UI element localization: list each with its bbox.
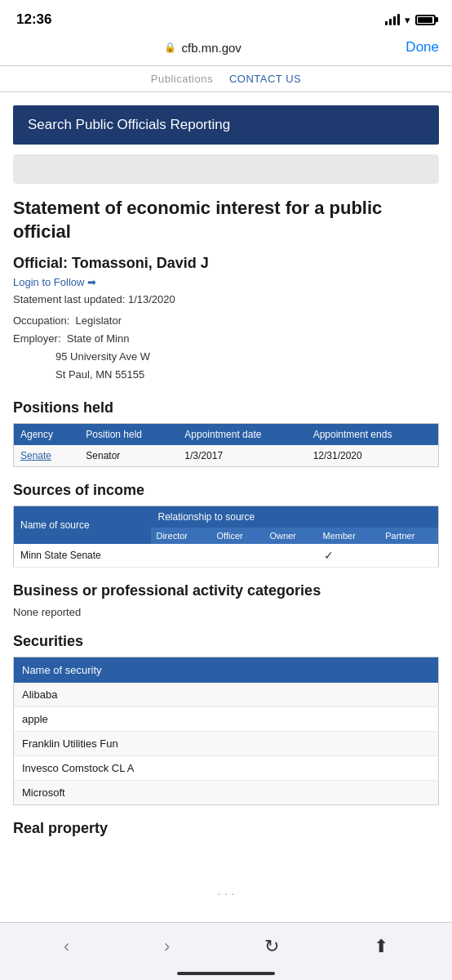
official-label: Official: bbox=[13, 255, 68, 271]
list-item: Minn State Senate ✓ bbox=[14, 544, 439, 568]
status-icons: ▾ bbox=[385, 14, 436, 26]
statement-date: Statement last updated: 1/13/2020 bbox=[13, 293, 439, 305]
income-header: Sources of income bbox=[13, 482, 439, 499]
official-info: Occupation: Legislator Employer: State o… bbox=[13, 312, 439, 384]
main-content: Search Public Officials Reporting Statem… bbox=[0, 105, 452, 973]
address-line2: St Paul, MN 55155 bbox=[55, 368, 144, 381]
forward-button[interactable]: › bbox=[154, 933, 179, 960]
publications-link[interactable]: Publications bbox=[151, 73, 213, 85]
securities-header: Securities bbox=[13, 633, 439, 650]
list-item: apple bbox=[14, 706, 439, 731]
col-partner: Partner bbox=[380, 528, 438, 544]
list-item: Franklin Utilities Fun bbox=[14, 731, 439, 755]
col-appt-ends: Appointment ends bbox=[307, 423, 439, 445]
real-property-section: Real property bbox=[13, 820, 439, 837]
positions-table: Agency Position held Appointment date Ap… bbox=[13, 423, 439, 467]
share-button[interactable]: ⬆ bbox=[364, 933, 398, 960]
url-text: cfb.mn.gov bbox=[181, 41, 241, 55]
col-appt-date: Appointment date bbox=[178, 423, 306, 445]
security-name-cell: Microsoft bbox=[14, 780, 439, 804]
status-time: 12:36 bbox=[16, 11, 51, 28]
positions-held-header: Positions held bbox=[13, 399, 439, 416]
refresh-button[interactable]: ↻ bbox=[255, 933, 289, 960]
col-officer: Officer bbox=[212, 528, 265, 544]
login-link[interactable]: Login to Follow ➡ bbox=[13, 276, 96, 288]
member-cell: ✓ bbox=[317, 544, 380, 568]
col-position: Position held bbox=[79, 423, 178, 445]
security-name-cell: Alibaba bbox=[14, 683, 439, 707]
business-categories-header: Business or professional activity catego… bbox=[13, 582, 439, 599]
securities-table: Name of security AlibabaappleFranklin Ut… bbox=[13, 657, 439, 805]
back-button[interactable]: ‹ bbox=[54, 933, 79, 960]
col-security-name: Name of security bbox=[14, 657, 439, 683]
officer-cell bbox=[212, 544, 265, 568]
appt-ends-cell: 12/31/2020 bbox=[307, 445, 439, 467]
director-cell bbox=[151, 544, 211, 568]
partner-cell bbox=[380, 544, 438, 568]
search-bar-placeholder[interactable] bbox=[13, 154, 439, 184]
browser-url[interactable]: 🔒 cfb.mn.gov bbox=[13, 41, 392, 55]
battery-icon bbox=[415, 15, 436, 25]
lock-icon: 🔒 bbox=[164, 42, 176, 53]
col-member: Member bbox=[317, 528, 380, 544]
wifi-icon: ▾ bbox=[405, 14, 410, 26]
source-name-cell: Minn State Senate bbox=[14, 544, 152, 568]
appt-date-cell: 1/3/2017 bbox=[178, 445, 306, 467]
real-property-header: Real property bbox=[13, 820, 439, 837]
contact-us-link[interactable]: CONTACT US bbox=[229, 73, 301, 85]
col-owner: Owner bbox=[264, 528, 317, 544]
col-relationship: Relationship to source bbox=[151, 506, 438, 528]
page-title: Statement of economic interest for a pub… bbox=[13, 197, 439, 243]
col-agency: Agency bbox=[14, 423, 80, 445]
list-item: Alibaba bbox=[14, 683, 439, 707]
employer-label: Employer: bbox=[13, 332, 61, 345]
done-button[interactable]: Done bbox=[392, 39, 439, 56]
col-source-name: Name of source bbox=[14, 506, 152, 544]
official-name-value: Tomassoni, David J bbox=[72, 255, 209, 271]
occupation-value: Legislator bbox=[76, 314, 122, 327]
list-item: Microsoft bbox=[14, 780, 439, 804]
positions-table-header-row: Agency Position held Appointment date Ap… bbox=[14, 423, 439, 445]
occupation-label: Occupation: bbox=[13, 314, 69, 327]
address-line1: 95 University Ave W bbox=[55, 350, 150, 363]
table-row: Senate Senator 1/3/2017 12/31/2020 bbox=[14, 445, 439, 467]
search-banner: Search Public Officials Reporting bbox=[13, 105, 439, 145]
official-name: Official: Tomassoni, David J bbox=[13, 255, 439, 272]
nav-bar: Publications CONTACT US bbox=[0, 65, 452, 92]
income-main-header: Name of source Relationship to source bbox=[14, 506, 439, 528]
employer-value: State of Minn bbox=[67, 332, 130, 345]
income-table: Name of source Relationship to source Di… bbox=[13, 506, 439, 568]
home-indicator bbox=[177, 972, 275, 975]
official-section: Official: Tomassoni, David J Login to Fo… bbox=[13, 255, 439, 384]
signal-icon bbox=[385, 14, 400, 25]
security-name-cell: apple bbox=[14, 706, 439, 731]
search-banner-text: Search Public Officials Reporting bbox=[28, 117, 230, 132]
list-item: Invesco Comstock CL A bbox=[14, 755, 439, 780]
securities-header-row: Name of security bbox=[14, 657, 439, 683]
security-name-cell: Invesco Comstock CL A bbox=[14, 755, 439, 780]
owner-cell bbox=[264, 544, 317, 568]
agency-cell: Senate bbox=[14, 445, 80, 467]
security-name-cell: Franklin Utilities Fun bbox=[14, 731, 439, 755]
col-director: Director bbox=[151, 528, 211, 544]
position-cell: Senator bbox=[79, 445, 178, 467]
none-reported-text: None reported bbox=[13, 606, 439, 618]
status-bar: 12:36 ▾ bbox=[0, 0, 452, 36]
